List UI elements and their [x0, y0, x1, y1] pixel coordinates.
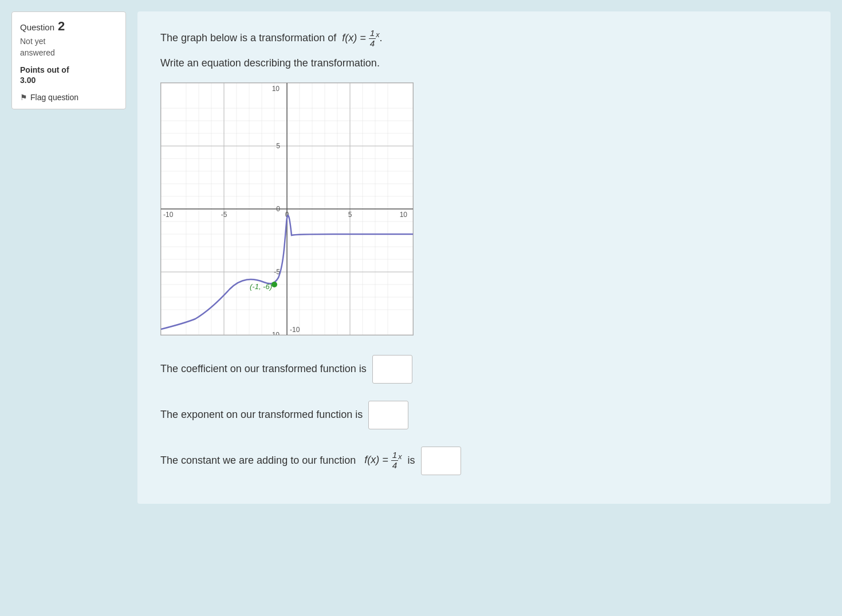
answer-row-1: The coefficient on our transformed funct…	[160, 355, 808, 384]
graph-wrapper: -5 0 5 -10 10 5 0 -5 10 -10	[160, 82, 414, 335]
graph-svg: -5 0 5 -10 10 5 0 -5 10 -10	[161, 83, 413, 335]
main-content: The graph below is a transformation of f…	[137, 11, 831, 504]
flag-button[interactable]: ⚑ Flag question	[20, 93, 78, 102]
question-label: Question	[20, 22, 54, 32]
answer1-prefix: The coefficient on our transformed funct…	[160, 363, 367, 375]
graph-point-label: (-1, -6)	[250, 282, 272, 291]
svg-text:10: 10	[272, 85, 280, 93]
points-value: 3.00	[20, 76, 117, 85]
intro-text: The graph below is a transformation of	[160, 32, 336, 44]
answer-row-3: The constant we are adding to our functi…	[160, 447, 808, 475]
question-intro: The graph below is a transformation of f…	[160, 29, 808, 49]
answer3-suffix: is	[408, 455, 415, 467]
answer2-prefix: The exponent on our transformed function…	[160, 409, 363, 421]
svg-text:-10: -10	[163, 211, 174, 219]
svg-text:5: 5	[348, 211, 352, 219]
page-container: Question 2 Not yet answered Points out o…	[11, 11, 831, 504]
svg-text:-5: -5	[221, 211, 227, 219]
flag-icon: ⚑	[20, 93, 27, 102]
function-formula: f(x) = 14x.	[339, 32, 382, 44]
answer1-input[interactable]	[372, 355, 412, 384]
answer2-input[interactable]	[368, 401, 408, 429]
graph-point	[272, 282, 277, 287]
graph-container: -5 0 5 -10 10 5 0 -5 10 -10	[160, 82, 808, 338]
answer3-input[interactable]	[421, 447, 461, 475]
svg-text:10: 10	[400, 211, 408, 219]
svg-text:0: 0	[276, 205, 280, 213]
svg-text:-10: -10	[290, 326, 300, 334]
question-number: 2	[58, 19, 65, 34]
answer-row-2: The exponent on our transformed function…	[160, 401, 808, 429]
svg-text:5: 5	[276, 142, 280, 150]
points-label: Points out of	[20, 65, 117, 74]
answer3-prefix: The constant we are adding to our functi…	[160, 455, 356, 467]
answer3-formula: f(x) = 14x	[361, 451, 402, 471]
flag-label: Flag question	[30, 93, 78, 102]
sidebar: Question 2 Not yet answered Points out o…	[11, 11, 126, 109]
svg-text:-10: -10	[270, 331, 280, 335]
question-status: Not yet answered	[20, 36, 117, 58]
question-instruction: Write an equation describing the transfo…	[160, 56, 808, 71]
